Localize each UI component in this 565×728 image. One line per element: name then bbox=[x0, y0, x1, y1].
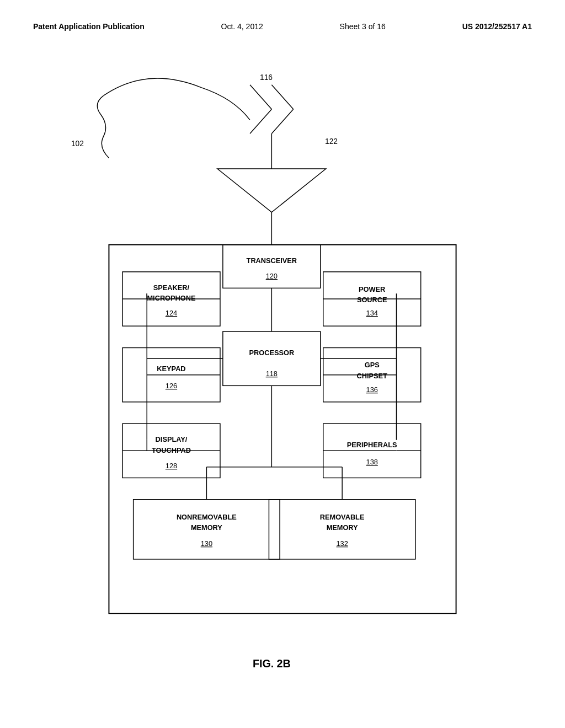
display-label-line1: DISPLAY/ bbox=[156, 435, 188, 443]
gps-label-line1: GPS bbox=[365, 361, 380, 369]
display-ref: 128 bbox=[166, 462, 177, 470]
nonremovable-label-line2: MEMORY bbox=[191, 523, 222, 532]
speaker-label-line2: MICROPHONE bbox=[147, 294, 195, 302]
gps-label-line2: CHIPSET bbox=[357, 372, 388, 380]
header-patent: US 2012/252517 A1 bbox=[462, 22, 532, 31]
svg-line-0 bbox=[250, 85, 271, 109]
transceiver-ref: 120 bbox=[266, 272, 278, 280]
peripherals-ref: 138 bbox=[366, 458, 378, 466]
removable-label-line2: MEMORY bbox=[327, 523, 358, 532]
page-header: Patent Application Publication Oct. 4, 2… bbox=[33, 22, 532, 31]
display-label-line2: TOUCHPAD bbox=[152, 446, 191, 454]
svg-line-2 bbox=[271, 85, 293, 109]
power-label-line2: SOURCE bbox=[357, 296, 387, 304]
header-sheet: Sheet 3 of 16 bbox=[340, 22, 386, 31]
header-date: Oct. 4, 2012 bbox=[221, 22, 263, 31]
header-left: Patent Application Publication bbox=[33, 22, 145, 31]
processor-label: PROCESSOR bbox=[249, 349, 295, 357]
removable-label-line1: REMOVABLE bbox=[320, 513, 365, 521]
svg-marker-5 bbox=[217, 169, 326, 212]
speaker-label-line1: SPEAKER/ bbox=[153, 283, 190, 292]
page: Patent Application Publication Oct. 4, 2… bbox=[0, 0, 565, 728]
transceiver-label: TRANSCEIVER bbox=[247, 256, 297, 265]
svg-line-3 bbox=[271, 109, 293, 133]
antenna-116-label: 116 bbox=[260, 73, 273, 82]
svg-rect-8 bbox=[223, 245, 321, 288]
gps-ref: 136 bbox=[366, 386, 378, 394]
antenna-102-label: 102 bbox=[71, 140, 84, 148]
removable-ref: 132 bbox=[336, 539, 348, 548]
nonremovable-label-line1: NONREMOVABLE bbox=[177, 513, 237, 521]
keypad-label: KEYPAD bbox=[157, 365, 185, 373]
speaker-ref: 124 bbox=[166, 309, 177, 317]
svg-line-1 bbox=[250, 109, 271, 133]
power-ref: 134 bbox=[366, 309, 378, 317]
diagram-area: 102 116 122 TRA bbox=[33, 44, 532, 684]
keypad-ref: 126 bbox=[166, 382, 177, 390]
processor-ref: 118 bbox=[266, 370, 278, 378]
peripherals-label: PERIPHERALS bbox=[347, 441, 397, 449]
nonremovable-ref: 130 bbox=[201, 539, 212, 548]
fig-label: FIG. 2B bbox=[253, 658, 291, 670]
power-label-line1: POWER bbox=[359, 285, 385, 293]
triangle-122-label: 122 bbox=[325, 137, 338, 146]
